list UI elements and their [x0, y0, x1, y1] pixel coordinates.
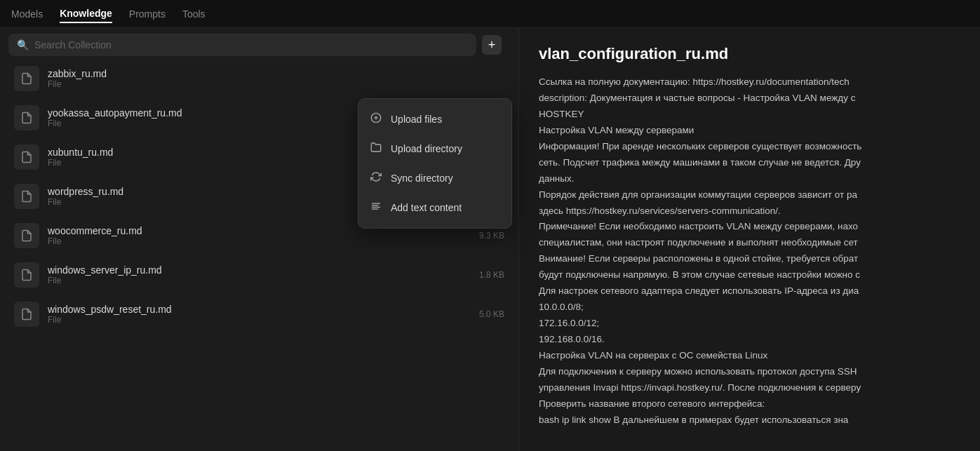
file-icon	[14, 144, 39, 170]
search-bar: 🔍	[8, 34, 476, 56]
dropdown-item-0[interactable]: Upload files	[358, 105, 511, 134]
search-icon: 🔍	[17, 39, 29, 51]
file-size: 1.8 KB	[479, 270, 504, 280]
nav-tools[interactable]: Tools	[182, 6, 206, 22]
file-type: File	[48, 315, 471, 325]
dropdown-label: Sync directory	[391, 173, 453, 184]
dropdown-icon	[370, 112, 382, 126]
file-item[interactable]: windows_psdw_reset_ru.md File 5.0 KB	[6, 295, 513, 334]
sidebar-header: 🔍 +	[0, 28, 518, 59]
dropdown-label: Upload directory	[391, 143, 462, 154]
dropdown-icon	[370, 201, 382, 215]
file-info: zabbix_ru.md File	[48, 68, 504, 89]
dropdown-label: Add text content	[391, 202, 462, 213]
dropdown-item-1[interactable]: Upload directory	[358, 134, 511, 163]
file-size: 9.3 KB	[479, 231, 504, 241]
nav-models[interactable]: Models	[11, 6, 43, 22]
file-info: windows_psdw_reset_ru.md File	[48, 304, 471, 325]
nav-knowledge[interactable]: Knowledge	[60, 5, 112, 23]
search-input[interactable]	[34, 39, 468, 51]
dropdown-item-2[interactable]: Sync directory	[358, 163, 511, 193]
dropdown-icon	[370, 171, 382, 185]
main-layout: 🔍 + zabbix_ru.md File yookass	[0, 28, 980, 451]
file-item[interactable]: windows_server_ip_ru.md File 1.8 KB	[6, 255, 513, 295]
file-icon	[14, 223, 39, 248]
dropdown-menu: Upload files Upload directory Sync direc…	[358, 98, 512, 229]
file-item[interactable]: zabbix_ru.md File	[6, 59, 513, 98]
file-type: File	[48, 276, 471, 285]
dropdown-item-3[interactable]: Add text content	[358, 193, 511, 222]
file-name: windows_psdw_reset_ru.md	[48, 304, 471, 315]
file-size: 5.0 KB	[479, 309, 504, 319]
file-icon	[14, 66, 39, 91]
dropdown-label: Upload files	[391, 114, 442, 125]
file-name: windows_server_ip_ru.md	[48, 264, 471, 276]
add-button[interactable]: +	[482, 35, 502, 55]
file-type: File	[48, 236, 471, 246]
sidebar: 🔍 + zabbix_ru.md File yookass	[0, 28, 519, 451]
file-name: zabbix_ru.md	[48, 68, 504, 79]
file-icon	[14, 184, 39, 209]
content-panel: vlan_configuration_ru.md Ссылка на полну…	[519, 28, 980, 451]
file-info: windows_server_ip_ru.md File	[48, 264, 471, 285]
content-body: Ссылка на полную документацию: https://h…	[539, 74, 960, 429]
dropdown-icon	[370, 142, 382, 156]
top-nav: Models Knowledge Prompts Tools	[0, 0, 980, 28]
content-title: vlan_configuration_ru.md	[539, 45, 960, 63]
file-icon	[14, 262, 39, 288]
file-icon	[14, 105, 39, 130]
file-type: File	[48, 79, 504, 89]
nav-prompts[interactable]: Prompts	[129, 6, 166, 22]
file-icon	[14, 302, 39, 327]
